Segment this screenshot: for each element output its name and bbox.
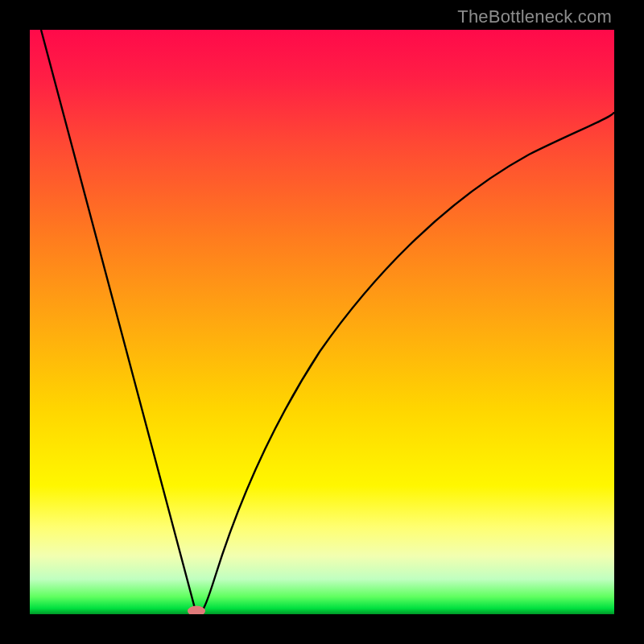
chart-frame: TheBottleneck.com <box>0 0 644 644</box>
minimum-marker <box>188 606 205 615</box>
plot-area <box>30 30 614 614</box>
curve-svg <box>30 30 614 614</box>
watermark-text: TheBottleneck.com <box>457 6 612 27</box>
bottleneck-curve <box>41 30 614 614</box>
